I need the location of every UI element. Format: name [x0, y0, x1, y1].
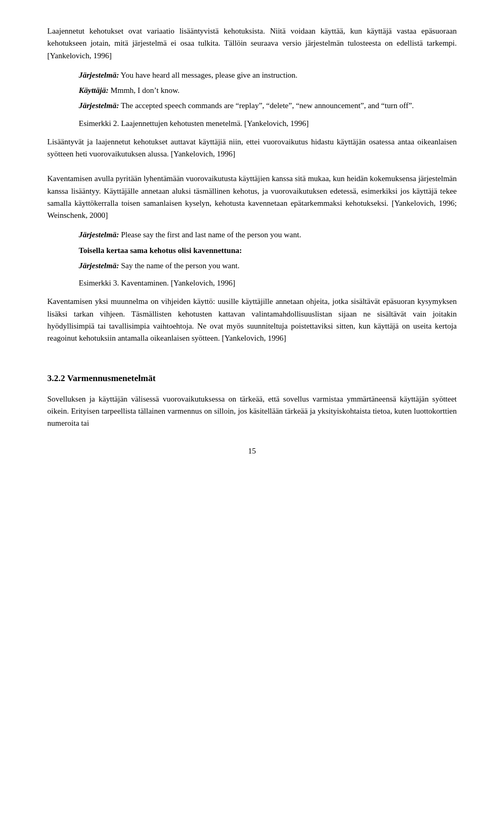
section-number: 3.2.2: [47, 373, 65, 383]
system-line-1: Järjestelmä: You have heard all messages…: [79, 69, 457, 81]
paragraph-6: Kaventamisen yksi muunnelma on vihjeiden…: [47, 296, 457, 344]
system-label-3: Järjestelmä:: [79, 230, 119, 239]
system-text-4: Say the name of the person you want.: [119, 261, 240, 270]
system-text-1: You have heard all messages, please give…: [119, 71, 298, 79]
page: Laajennetut kehotukset ovat variaatio li…: [0, 0, 504, 832]
system-text-2: The accepted speech commands are “replay…: [119, 101, 414, 110]
user-label-1: Käyttäjä:: [79, 86, 109, 94]
paragraph-4: Kaventamisen avulla pyritään lyhentämään…: [47, 173, 457, 222]
user-line-1: Käyttäjä: Mmmh, I don’t know.: [79, 85, 457, 97]
system-line-3: Järjestelmä: Please say the first and la…: [79, 229, 457, 241]
dialog-block-1: Järjestelmä: You have heard all messages…: [79, 69, 457, 112]
paragraph-1: Laajennetut kehotukset ovat variaatio li…: [47, 25, 457, 62]
narrowing-label: Toisella kertaa sama kehotus olisi kaven…: [79, 246, 242, 255]
system-line-4: Järjestelmä: Say the name of the person …: [79, 260, 457, 272]
system-label-4: Järjestelmä:: [79, 261, 119, 270]
narrowing-note: Toisella kertaa sama kehotus olisi kaven…: [79, 245, 457, 257]
example-3-label: Esimerkki 3. Kaventaminen. [Yankelovich,…: [79, 277, 457, 289]
example-2-label: Esimerkki 2. Laajennettujen kehotusten m…: [79, 118, 457, 130]
system-line-2: Järjestelmä: The accepted speech command…: [79, 100, 457, 112]
section-heading-322: 3.2.2 Varmennusmenetelmät: [47, 372, 457, 385]
user-text-1: Mmmh, I don’t know.: [109, 86, 180, 94]
paragraph-3: Lisääntyvät ja laajennetut kehotukset au…: [47, 136, 457, 161]
system-label-1: Järjestelmä:: [79, 71, 119, 79]
paragraph-7: Sovelluksen ja käyttäjän välisessä vuoro…: [47, 393, 457, 430]
section-title-text: Varmennusmenetelmät: [67, 373, 155, 383]
dialog-block-2: Järjestelmä: Please say the first and la…: [79, 229, 457, 272]
page-number: 15: [47, 445, 457, 457]
system-label-2: Järjestelmä:: [79, 101, 119, 110]
system-text-3: Please say the first and last name of th…: [119, 230, 301, 239]
